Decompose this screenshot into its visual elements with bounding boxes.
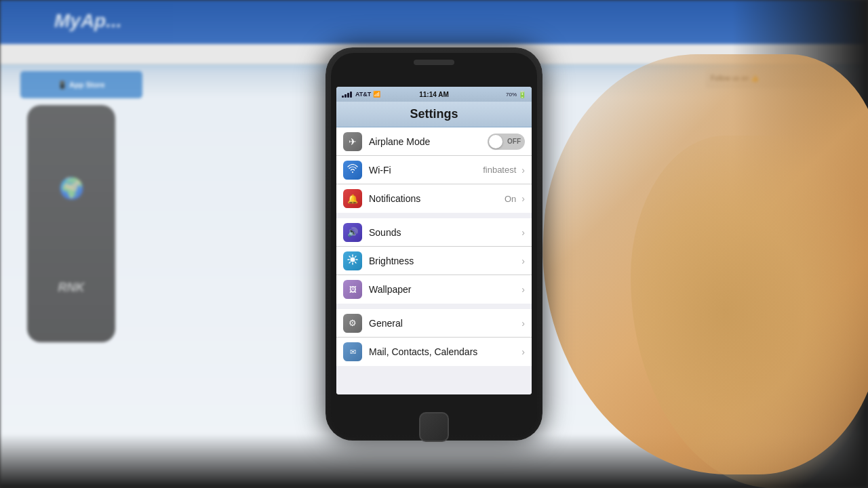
general-label: General: [369, 318, 519, 329]
wifi-status-icon: 📶: [373, 91, 380, 98]
settings-group-2: 🔊 Sounds ›: [336, 218, 532, 304]
general-icon: ⚙: [343, 314, 362, 333]
notifications-label: Notifications: [369, 193, 505, 204]
phone-inner: AT&T 📶 11:14 AM 70% 🔋 Settings: [331, 53, 537, 435]
airplane-toggle-value: OFF: [507, 138, 521, 145]
bg-app-store-box: 📱 App Store: [20, 71, 142, 98]
wifi-value: finbatest: [483, 165, 516, 175]
airplane-icon-glyph: ✈: [349, 136, 357, 147]
bar-2: [344, 94, 347, 98]
svg-line-6: [355, 262, 357, 264]
airplane-mode-row[interactable]: ✈ Airplane Mode OFF: [336, 127, 532, 156]
sounds-label: Sounds: [369, 227, 519, 238]
brightness-icon: [343, 251, 362, 270]
airplane-mode-label: Airplane Mode: [369, 136, 488, 147]
settings-title: Settings: [410, 107, 458, 121]
phone-body: AT&T 📶 11:14 AM 70% 🔋 Settings: [326, 47, 542, 441]
settings-group-1: ✈ Airplane Mode OFF: [336, 127, 532, 213]
sounds-icon: 🔊: [343, 223, 362, 242]
nav-bar: Settings: [336, 102, 532, 127]
phone-speaker: [414, 60, 454, 65]
sounds-icon-glyph: 🔊: [347, 227, 358, 237]
notifications-icon-glyph: 🔔: [347, 194, 358, 204]
bg-dark-overlay: [732, 0, 868, 488]
general-row[interactable]: ⚙ General ›: [336, 309, 532, 338]
status-time: 11:14 AM: [419, 91, 449, 98]
svg-line-5: [349, 256, 351, 258]
bar-4: [350, 92, 352, 98]
sounds-row[interactable]: 🔊 Sounds ›: [336, 218, 532, 247]
notifications-row[interactable]: 🔔 Notifications On ›: [336, 184, 532, 213]
sounds-chevron: ›: [521, 227, 525, 238]
bg-header-text: MyAp...: [54, 10, 122, 32]
bg-sidebar: 📱 App Store 🌍 RNK: [20, 68, 156, 488]
status-right: 70% 🔋: [506, 91, 526, 98]
wallpaper-row[interactable]: 🖼 Wallpaper ›: [336, 275, 532, 304]
brightness-row[interactable]: Brightness ›: [336, 247, 532, 275]
separator-1: [336, 213, 532, 218]
svg-point-0: [351, 258, 355, 262]
mail-row[interactable]: ✉ Mail, Contacts, Calendars ›: [336, 338, 532, 366]
status-left: AT&T 📶: [342, 91, 380, 98]
notifications-chevron: ›: [521, 193, 525, 204]
bg-bottom-dark: [0, 434, 868, 488]
separator-2: [336, 304, 532, 309]
carrier-name: AT&T: [355, 91, 371, 98]
wallpaper-chevron: ›: [521, 284, 525, 295]
airplane-mode-toggle[interactable]: OFF: [488, 134, 525, 150]
notifications-value: On: [505, 194, 516, 204]
general-icon-glyph: ⚙: [349, 318, 357, 328]
wallpaper-label: Wallpaper: [369, 284, 519, 295]
wifi-label: Wi-Fi: [369, 165, 483, 176]
brightness-label: Brightness: [369, 256, 519, 266]
screen-content: AT&T 📶 11:14 AM 70% 🔋 Settings: [336, 87, 532, 394]
wifi-row[interactable]: Wi-Fi finbatest ›: [336, 156, 532, 184]
signal-bars: [342, 91, 352, 98]
wifi-icon-glyph: [347, 164, 358, 176]
wifi-chevron: ›: [521, 165, 525, 176]
battery-percent: 70%: [506, 92, 517, 98]
mail-icon: ✉: [343, 342, 362, 361]
bar-3: [347, 93, 349, 98]
phone-screen: AT&T 📶 11:14 AM 70% 🔋 Settings: [336, 87, 532, 394]
bg-phone-image: 🌍 RNK: [27, 105, 115, 342]
airplane-mode-icon: ✈: [343, 132, 362, 151]
home-button[interactable]: [419, 412, 449, 442]
brightness-icon-glyph: [347, 254, 358, 267]
status-bar: AT&T 📶 11:14 AM 70% 🔋: [336, 87, 532, 102]
svg-line-7: [355, 256, 357, 258]
settings-list: ✈ Airplane Mode OFF: [336, 127, 532, 394]
general-chevron: ›: [521, 318, 525, 329]
notifications-icon: 🔔: [343, 189, 362, 208]
wifi-icon: [343, 161, 362, 180]
bar-1: [342, 96, 344, 98]
mail-label: Mail, Contacts, Calendars: [369, 346, 519, 357]
mail-chevron: ›: [521, 346, 525, 357]
battery-icon: 🔋: [518, 91, 526, 98]
mail-icon-glyph: ✉: [350, 348, 356, 357]
wallpaper-icon: 🖼: [343, 280, 362, 299]
brightness-chevron: ›: [521, 256, 525, 266]
settings-group-3: ⚙ General › ✉ Mail, Contacts, Calendars: [336, 309, 532, 366]
phone-container: AT&T 📶 11:14 AM 70% 🔋 Settings: [326, 47, 542, 441]
svg-line-8: [349, 262, 351, 264]
wallpaper-icon-glyph: 🖼: [349, 285, 357, 293]
